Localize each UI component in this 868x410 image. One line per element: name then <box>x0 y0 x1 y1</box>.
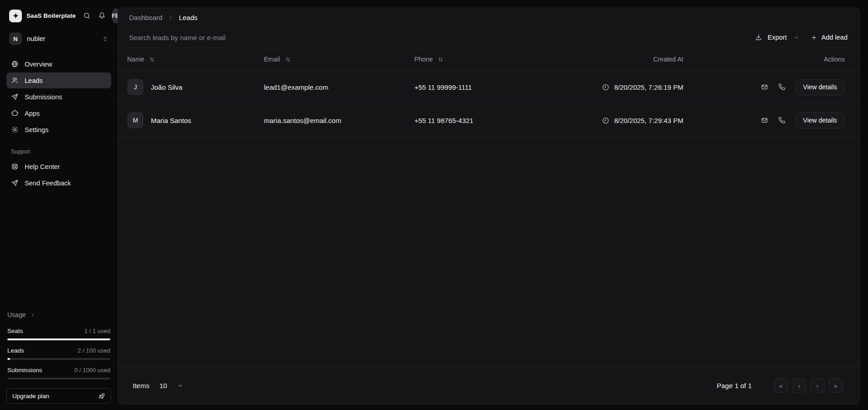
chevron-down-icon <box>177 382 184 389</box>
sidebar: SaaS Boilerplate FB N nubler Overview Le… <box>0 0 118 410</box>
workspace-switcher[interactable]: N nubler <box>6 32 111 45</box>
puzzle-icon <box>11 109 19 117</box>
lead-actions-cell: View details <box>683 79 850 95</box>
sort-icon <box>438 56 444 62</box>
view-details-button[interactable]: View details <box>796 113 845 128</box>
items-per-page-value[interactable]: 10 <box>160 382 167 390</box>
progress-fill <box>7 338 110 340</box>
progress-fill <box>7 358 10 360</box>
app-title: SaaS Boilerplate <box>26 12 76 19</box>
sidebar-item-label: Overview <box>25 61 52 68</box>
items-per-page-select[interactable] <box>177 382 184 389</box>
meter-label: Submissions <box>7 367 42 374</box>
column-label: Created At <box>653 56 683 63</box>
workspace-name: nubler <box>27 35 102 42</box>
breadcrumb-dashboard[interactable]: Dashboard <box>129 14 162 21</box>
lead-avatar: M <box>127 112 144 128</box>
items-label: Items <box>133 382 150 390</box>
sidebar-header: SaaS Boilerplate FB <box>6 8 111 23</box>
progress-track <box>7 358 110 360</box>
download-icon <box>755 34 762 41</box>
usage-meter-seats: Seats 1 / 1 used <box>6 328 111 340</box>
search-icon <box>83 12 91 20</box>
users-icon <box>11 77 19 84</box>
search-button[interactable] <box>83 12 91 20</box>
column-label: Email <box>264 56 280 63</box>
send-icon <box>11 93 19 101</box>
support-heading: Support <box>6 149 111 155</box>
table-footer: Items 10 Page 1 of 1 « ‹ › » <box>118 367 859 404</box>
call-lead-button[interactable] <box>775 80 789 94</box>
column-header-phone: Phone <box>414 56 528 63</box>
lead-name-cell: M Maria Santos <box>127 112 264 128</box>
column-header-email: Email <box>264 56 414 63</box>
notifications-button[interactable] <box>98 12 106 20</box>
next-page-button[interactable]: › <box>810 378 825 393</box>
sidebar-item-overview[interactable]: Overview <box>6 56 111 72</box>
export-label: Export <box>768 34 787 41</box>
lead-created-at: 8/20/2025, 7:26:19 PM <box>614 83 683 91</box>
column-label: Name <box>127 56 144 63</box>
email-lead-button[interactable] <box>757 80 772 94</box>
table-row: M Maria Santos maria.santos@email.com +5… <box>118 104 859 137</box>
add-lead-button[interactable]: Add lead <box>805 30 853 45</box>
column-header-created-at: Created At <box>528 56 683 63</box>
column-label: Actions <box>824 56 845 63</box>
sidebar-item-leads[interactable]: Leads <box>6 72 111 88</box>
mail-icon <box>761 83 768 91</box>
lead-actions-cell: View details <box>683 113 850 128</box>
sidebar-item-label: Apps <box>25 110 40 117</box>
previous-page-button[interactable]: ‹ <box>792 378 806 393</box>
support-nav: Help Center Send Feedback <box>6 159 111 191</box>
lead-email: lead1@example.com <box>264 83 414 91</box>
usage-meter-submissions: Submissions 0 / 1000 used <box>6 367 111 379</box>
sort-email-button[interactable] <box>285 56 291 62</box>
life-buoy-icon <box>11 163 19 170</box>
breadcrumb: Dashboard Leads <box>118 8 859 27</box>
view-details-button[interactable]: View details <box>796 79 845 95</box>
usage-link[interactable]: Usage <box>6 311 111 318</box>
sidebar-item-apps[interactable]: Apps <box>6 105 111 121</box>
first-page-button[interactable]: « <box>774 378 788 393</box>
add-lead-label: Add lead <box>822 34 847 41</box>
sidebar-item-label: Send Feedback <box>25 179 71 187</box>
pagination-buttons: « ‹ › » <box>774 378 843 393</box>
lead-phone: +55 11 98765-4321 <box>414 117 528 124</box>
sparkle-logo-icon <box>12 12 20 20</box>
lead-avatar: J <box>127 79 144 95</box>
column-header-actions: Actions <box>683 56 850 63</box>
meter-label: Seats <box>7 328 23 334</box>
sidebar-item-label: Leads <box>25 77 43 84</box>
sidebar-item-label: Help Center <box>25 163 60 170</box>
sidebar-item-send-feedback[interactable]: Send Feedback <box>6 175 111 191</box>
sort-icon <box>149 56 155 62</box>
export-button[interactable]: Export <box>749 30 805 45</box>
last-page-button[interactable]: » <box>828 378 843 393</box>
sidebar-item-submissions[interactable]: Submissions <box>6 89 111 105</box>
sidebar-item-settings[interactable]: Settings <box>6 122 111 138</box>
gear-icon <box>11 126 19 133</box>
call-lead-button[interactable] <box>775 113 789 128</box>
chevron-down-icon <box>793 34 800 41</box>
column-label: Phone <box>414 56 433 63</box>
upgrade-plan-button[interactable]: Upgrade plan <box>6 388 111 404</box>
column-header-name: Name <box>127 56 264 63</box>
sort-phone-button[interactable] <box>438 56 444 62</box>
lead-name-cell: J João Silva <box>127 79 264 95</box>
page-info: Page 1 of 1 <box>717 382 752 390</box>
search-input[interactable] <box>129 34 749 41</box>
meter-label: Leads <box>7 347 24 354</box>
usage-label: Usage <box>7 311 26 318</box>
sidebar-item-help-center[interactable]: Help Center <box>6 159 111 174</box>
bell-icon <box>98 12 106 20</box>
phone-icon <box>778 83 785 91</box>
upgrade-plan-label: Upgrade plan <box>12 393 49 400</box>
meter-value: 2 / 100 used <box>78 347 110 354</box>
sort-name-button[interactable] <box>149 56 155 62</box>
sidebar-nav: Overview Leads Submissions Apps Settings <box>6 56 111 138</box>
clock-icon <box>602 83 610 91</box>
clock-icon <box>602 117 610 124</box>
email-lead-button[interactable] <box>757 113 772 128</box>
meter-value: 0 / 1000 used <box>74 367 110 374</box>
chevron-right-icon <box>167 15 174 21</box>
